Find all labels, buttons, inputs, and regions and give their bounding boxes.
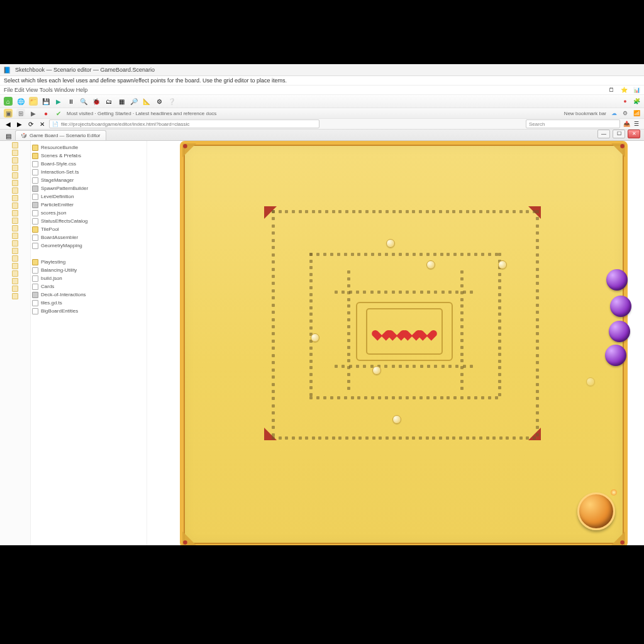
tree-item[interactable]: Board-Style.css	[32, 160, 145, 168]
tree-item[interactable]: LevelDefinition	[32, 192, 145, 201]
minimize-button[interactable]: —	[597, 130, 610, 138]
tree-item[interactable]: Playtesting	[32, 258, 145, 266]
orb-token[interactable]	[610, 296, 631, 317]
cloud-icon[interactable]: ☁	[610, 109, 618, 117]
sprite-token[interactable]	[426, 260, 435, 269]
tab-active[interactable]: 🎲 Game Board — Scenario Editor	[15, 130, 106, 140]
bookmark-folder-icon[interactable]: ▣	[4, 109, 13, 118]
project-tree[interactable]: ResourceBundleScenes & PrefabsBoard-Styl…	[31, 141, 147, 553]
bookmark-ok-icon[interactable]: ✔	[54, 109, 63, 118]
notes-icon[interactable]: 🗒	[608, 86, 615, 94]
zoom-icon[interactable]: 🔎	[130, 97, 138, 106]
sprite-token[interactable]	[498, 260, 507, 269]
file-icon	[32, 194, 38, 200]
tree-item[interactable]: Interaction-Set.ts	[32, 168, 145, 176]
sprite-token[interactable]	[311, 333, 319, 342]
close-button[interactable]: ✕	[628, 130, 640, 138]
forward-icon[interactable]: ▶	[15, 119, 24, 128]
sprite-token[interactable]	[392, 415, 401, 424]
tree-item[interactable]: BigBoardEntities	[32, 307, 145, 315]
chart-icon[interactable]: 📊	[633, 86, 640, 94]
bookmark-play-icon[interactable]: ▶	[29, 109, 38, 118]
pause-icon[interactable]: ⏸	[67, 97, 75, 106]
play-icon[interactable]: ▶	[54, 97, 63, 106]
tree-item[interactable]: ResourceBundle	[32, 143, 145, 152]
tree-item[interactable]: Deck-of-Interactions	[32, 291, 145, 299]
save-icon[interactable]: 💾	[42, 97, 50, 106]
back-icon[interactable]: ◀	[4, 119, 13, 128]
sprite-token[interactable]	[586, 377, 595, 386]
tree-item[interactable]: Scenes & Prefabs	[32, 152, 145, 160]
header-description: Select which tiles each level uses and d…	[0, 76, 644, 86]
bookmark-right-text[interactable]: New bookmark bar	[564, 111, 606, 116]
tree-item[interactable]: Cards	[32, 282, 145, 291]
svg-point-3	[620, 540, 625, 545]
tree-item[interactable]: SpawnPatternBuilder	[32, 184, 145, 192]
tree-item[interactable]: Balancing-Utility	[32, 266, 145, 274]
sprite-token[interactable]	[372, 366, 381, 375]
url-input[interactable]: 📄 file:///projects/boardgame/editor/inde…	[49, 119, 319, 128]
gutter-marker	[12, 172, 18, 179]
bookmark-text[interactable]: Most visited · Getting Started · Latest …	[67, 111, 216, 116]
orb-token[interactable]	[606, 269, 628, 291]
tree-item[interactable]: GeometryMapping	[32, 242, 145, 250]
tree-item[interactable]: TilePool	[32, 225, 145, 233]
heart-icon[interactable]	[391, 326, 403, 337]
layers-icon[interactable]: 🗂	[104, 97, 113, 106]
menubar-text[interactable]: File Edit View Tools Window Help	[4, 87, 87, 93]
folder-icon	[32, 226, 38, 233]
stop-icon[interactable]: ✕	[38, 119, 47, 128]
sprite-token[interactable]	[386, 239, 395, 248]
window-title: Sketchbook — Scenario editor — GameBoard…	[15, 67, 155, 73]
heart-icon[interactable]	[406, 326, 418, 337]
bookmark-gear-icon[interactable]: ⚙	[621, 109, 629, 117]
gutter-marker	[12, 263, 18, 269]
tree-item-label: Board-Style.css	[41, 161, 76, 167]
grid-icon[interactable]: ▦	[117, 97, 126, 106]
tree-item[interactable]: tiles.gd.ts	[32, 299, 145, 307]
bookmark-newtab-icon[interactable]: ⊞	[16, 109, 25, 118]
gutter-marker	[12, 180, 18, 186]
power-bomb[interactable]	[577, 492, 615, 530]
share-icon[interactable]: 📤	[623, 120, 630, 128]
tree-item[interactable]: StatusEffectsCatalog	[32, 217, 145, 225]
folder-icon[interactable]: 📁	[29, 97, 38, 106]
globe-icon[interactable]: 🌐	[16, 97, 25, 106]
tree-item[interactable]: build.json	[32, 274, 145, 282]
menu-icon[interactable]: ☰	[633, 120, 640, 128]
center-card[interactable]	[366, 308, 443, 355]
orb-token[interactable]	[605, 345, 626, 366]
gear-icon[interactable]: ⚙	[155, 97, 164, 106]
gutter-marker	[12, 210, 18, 216]
search-icon[interactable]: 🔍	[79, 97, 88, 106]
reload-icon[interactable]: ⟳	[26, 119, 35, 128]
tree-item-label: Scenes & Prefabs	[41, 153, 81, 158]
tree-item[interactable]: ParticleEmitter	[32, 201, 145, 209]
search-input[interactable]: Search	[526, 119, 620, 128]
bug-icon[interactable]: 🐞	[92, 97, 101, 106]
heart-icon[interactable]	[375, 326, 388, 337]
heart-icon[interactable]	[421, 326, 433, 337]
tree-item-label: TilePool	[41, 226, 59, 232]
tree-item[interactable]: scores.json	[32, 209, 145, 217]
help-icon[interactable]: ❔	[167, 97, 176, 106]
tree-item[interactable]: StageManager	[32, 176, 145, 184]
bookmark-rec-icon[interactable]: ●	[42, 109, 50, 118]
ruler-icon[interactable]: 📐	[142, 97, 151, 106]
tree-item[interactable]: BoardAssembler	[32, 233, 145, 242]
orb-token[interactable]	[609, 321, 630, 342]
game-board[interactable]	[180, 141, 628, 548]
home-icon[interactable]: ⌂	[4, 97, 13, 106]
extension-icon[interactable]: 🧩	[633, 97, 640, 105]
sidebar-toggle-icon[interactable]: ▤	[4, 131, 13, 140]
gutter-marker	[12, 270, 18, 277]
star-icon[interactable]: ⭐	[620, 86, 628, 94]
center-zone[interactable]	[356, 302, 453, 361]
maximize-button[interactable]: ☐	[613, 130, 625, 138]
alert-icon[interactable]: ●	[621, 97, 629, 105]
tree-item-label: Deck-of-Interactions	[41, 292, 86, 297]
tree-item[interactable]	[32, 250, 145, 258]
gutter-marker	[12, 187, 18, 194]
menubar[interactable]: File Edit View Tools Window Help 🗒 ⭐ 📊	[0, 86, 644, 95]
rss-icon[interactable]: 📶	[633, 109, 640, 117]
